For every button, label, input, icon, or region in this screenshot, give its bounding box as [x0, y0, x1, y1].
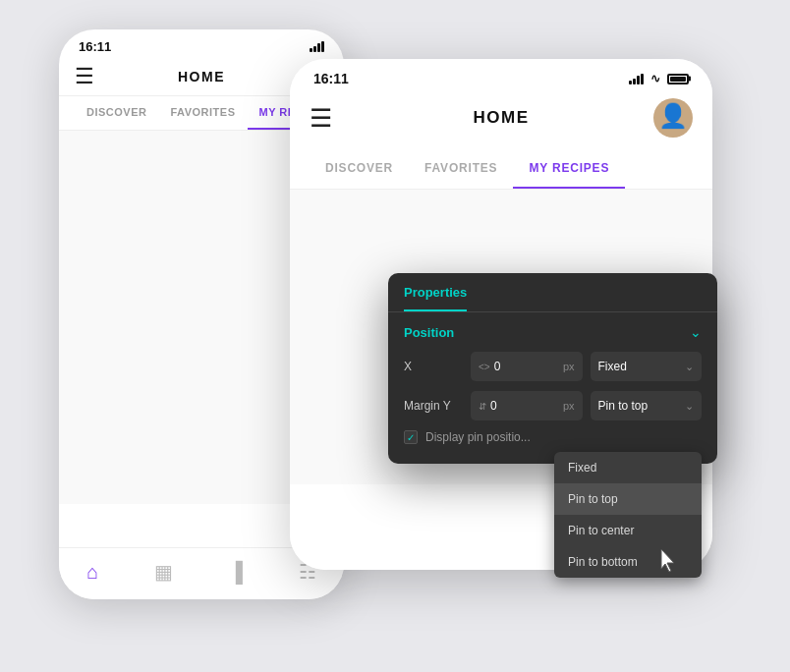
front-app-title: HOME: [474, 108, 530, 128]
menu-item-fixed[interactable]: Fixed: [554, 452, 702, 483]
back-hamburger-icon[interactable]: ☰: [75, 66, 94, 87]
margin-y-mode-chevron-icon: ⌄: [685, 400, 694, 413]
back-status-bar: 16:11: [59, 29, 344, 58]
section-title: Position: [404, 325, 454, 340]
front-time: 16:11: [313, 71, 349, 86]
front-signal-icon: [629, 74, 644, 84]
front-wifi-icon: ∿: [650, 72, 660, 85]
front-tab-favorites[interactable]: FAVORITES: [409, 149, 513, 189]
x-adjust-icon: <>: [479, 362, 490, 372]
front-hamburger-icon[interactable]: ☰: [310, 105, 332, 131]
x-mode-chevron-icon: ⌄: [685, 361, 694, 373]
front-tab-discover[interactable]: DISCOVER: [310, 149, 409, 189]
x-value: 0: [494, 360, 563, 373]
x-unit: px: [563, 361, 575, 372]
margin-y-input[interactable]: ⇵ 0 px: [471, 391, 583, 420]
front-battery-icon: [667, 74, 689, 84]
menu-item-pin-to-bottom[interactable]: Pin to bottom: [554, 546, 702, 578]
margin-y-unit: px: [563, 400, 575, 412]
chevron-down-icon[interactable]: ⌄: [690, 324, 702, 340]
back-app-title: HOME: [178, 69, 225, 84]
checkmark-icon: ✓: [407, 432, 415, 443]
x-field-row: X <> 0 px Fixed ⌄: [404, 352, 702, 381]
display-pin-label: Display pin positio...: [425, 430, 531, 444]
margin-y-mode-value: Pin to top: [598, 399, 649, 413]
menu-item-pin-to-center[interactable]: Pin to center: [554, 515, 702, 546]
front-tab-myrecipes[interactable]: MY RECIPES: [513, 149, 625, 189]
margin-y-value: 0: [490, 399, 563, 413]
margin-y-field-row: Margin Y ⇵ 0 px Pin to top ⌄: [404, 391, 702, 420]
avatar: [653, 98, 693, 138]
display-pin-checkbox[interactable]: ✓: [404, 430, 418, 444]
x-mode-dropdown[interactable]: Fixed ⌄: [591, 352, 703, 381]
section-header: Position ⌄: [404, 324, 702, 340]
properties-panel: Properties Position ⌄ X <> 0 px Fixed ⌄ …: [388, 273, 717, 464]
back-nav-chart-icon[interactable]: ▐: [229, 561, 243, 584]
x-mode-value: Fixed: [598, 360, 627, 373]
x-input[interactable]: <> 0 px: [471, 352, 583, 381]
position-section: Position ⌄ X <> 0 px Fixed ⌄ Margin Y ⇵ …: [388, 312, 717, 456]
panel-tabs: Properties: [388, 273, 717, 312]
tab-properties[interactable]: Properties: [404, 285, 467, 311]
margin-y-adjust-icon: ⇵: [479, 401, 486, 412]
back-tab-favorites[interactable]: FAVORITES: [158, 96, 247, 130]
margin-y-mode-dropdown[interactable]: Pin to top ⌄: [591, 391, 703, 420]
x-label: X: [404, 360, 463, 373]
back-tab-discover[interactable]: DISCOVER: [75, 96, 158, 130]
back-nav-home-icon[interactable]: ⌂: [86, 561, 98, 584]
front-tabs: DISCOVER FAVORITES MY RECIPES: [290, 149, 712, 190]
back-nav-calendar-icon[interactable]: ▦: [154, 560, 173, 584]
front-app-header: ☰ HOME: [290, 90, 712, 145]
front-status-bar: 16:11 ∿: [290, 59, 712, 90]
margin-y-label: Margin Y: [404, 399, 463, 413]
front-status-icons: ∿: [629, 72, 689, 85]
dropdown-menu: Fixed Pin to top Pin to center Pin to bo…: [554, 452, 702, 578]
menu-item-pin-to-top[interactable]: Pin to top: [554, 483, 702, 515]
back-time: 16:11: [79, 39, 111, 54]
back-signal: [310, 41, 324, 52]
display-pin-row: ✓ Display pin positio...: [404, 430, 702, 444]
